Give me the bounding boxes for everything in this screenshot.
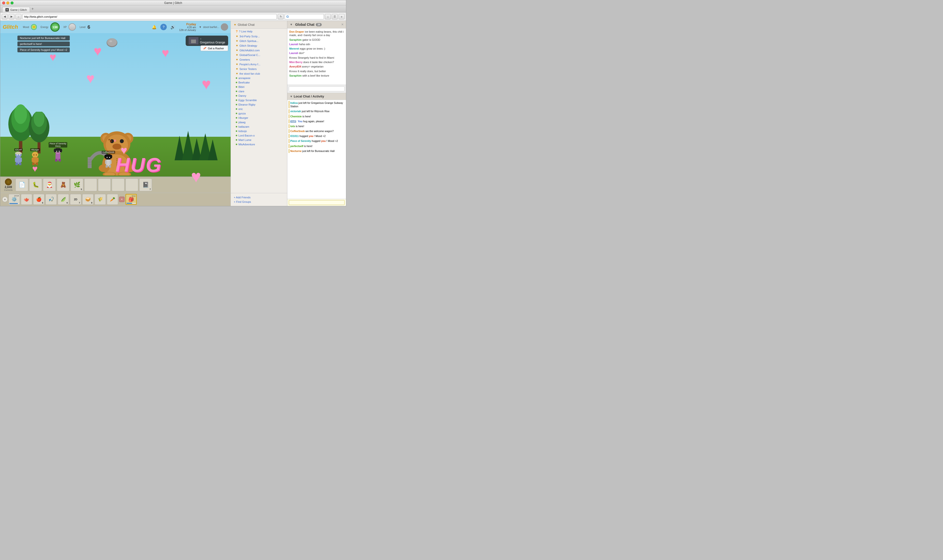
chat-text-3: eggs grow on trees :) [300, 47, 325, 50]
sidebar-item-beefcake[interactable]: Beefcake [231, 80, 287, 85]
energy-circle: 138 [50, 22, 60, 32]
online-dot [236, 99, 237, 101]
lm-user-0: Indica [290, 102, 298, 105]
inv-slot-sm-7[interactable]: 🌾 [95, 194, 106, 205]
global-chat-close[interactable]: × [342, 22, 343, 27]
inv-slot-sm-6[interactable]: 🥪 8 [82, 194, 94, 205]
inv-slot-6[interactable] [98, 178, 111, 191]
local-chat-collapse[interactable]: ▼ [290, 95, 293, 98]
sidebar-item-greeters[interactable]: ★ Greeters [231, 57, 287, 62]
inv-slot-1[interactable]: 🐛 [29, 178, 42, 191]
search-input[interactable] [290, 15, 324, 18]
sidebar-item-peoples-army[interactable]: ★ People's Army f... [231, 62, 287, 66]
search-engine-icon: G [286, 15, 289, 18]
svg-point-3 [14, 105, 27, 124]
sidebar-item-katlazam[interactable]: katlazam [231, 125, 287, 129]
find-groups-link[interactable]: + Find Groups [234, 200, 284, 204]
sidebar-item-kidsojo[interactable]: kidsojo [231, 129, 287, 133]
add-friends-link[interactable]: + Add Friends [234, 195, 284, 200]
inv-slot-0[interactable]: 📄 [15, 178, 28, 191]
inv-slot-sm-9[interactable]: 🎒 6/10 [126, 194, 137, 205]
chat-user-1: Saraphim [289, 38, 302, 41]
local-chat-title-text: Local Chat / Activity [294, 94, 324, 98]
sidebar-item-eric[interactable]: eric [231, 107, 287, 111]
inv-slot-sm-4[interactable]: 🫛 6 [58, 194, 69, 205]
sidebar-item-lord-bacon[interactable]: Lord Bacon-o [231, 133, 287, 138]
inv-slot-sm-1[interactable]: 🫖 [21, 194, 32, 205]
inv-item-2: 🎅 [45, 180, 54, 189]
sidebar-item-eleanor[interactable]: Eleanor Rigby [231, 102, 287, 107]
group-label-6: People's Army f... [240, 63, 260, 66]
sidebar-item-glitch-spiritual[interactable]: ★ Glitch Spiritua... [231, 38, 287, 43]
inv-slot-7[interactable] [112, 178, 125, 191]
local-chat-input[interactable] [289, 200, 345, 205]
refresh-button[interactable]: ↻ [278, 14, 284, 19]
sidebar-item-glitch-strategy[interactable]: ★ Glitch Strategy [231, 43, 287, 48]
notifications-icon[interactable]: 🔔 [151, 24, 157, 30]
inv-slot-5[interactable] [84, 178, 97, 191]
close-button[interactable] [2, 2, 5, 5]
inv-slot-3[interactable]: 🧸 [57, 178, 69, 191]
settings-button[interactable]: ≡ [338, 14, 345, 19]
sidebar-item-eggy[interactable]: Eggy Scramble [231, 98, 287, 102]
sidebar-item-clare[interactable]: clare [231, 89, 287, 94]
chat-text-6: does it taste like chicken? [303, 61, 334, 64]
sidebar-header: ★ Global Chat [231, 21, 287, 29]
add-item-button[interactable]: + [2, 197, 8, 202]
global-chat-input[interactable] [289, 86, 345, 91]
svg-point-35 [36, 154, 37, 155]
sidebar-item-bibiri[interactable]: Bibiri [231, 85, 287, 89]
user-info[interactable]: ▼ stoot barfiel... [199, 23, 228, 31]
inv-count-sm-4: 6 [66, 202, 68, 204]
help-icon[interactable]: ? [160, 24, 167, 30]
inv-slot-8[interactable] [126, 178, 138, 191]
sidebar-item-hburger[interactable]: Hburger [231, 115, 287, 120]
bookmarks-button[interactable]: ⌂ [325, 14, 331, 19]
svg-point-73 [114, 140, 116, 142]
inv-slot-4[interactable]: 🌿 5 [71, 178, 83, 191]
inv-slot-2[interactable]: 🎅 [43, 178, 56, 191]
level-value: 6 [88, 24, 90, 30]
tab-label: Game | Glitch [10, 8, 27, 11]
sidebar-item-3rd-party[interactable]: ★ 3rd-Party Scrip... [231, 34, 287, 38]
new-tab-button[interactable]: + [30, 7, 35, 11]
sidebar-item-senior-testers[interactable]: ★ Senior Testers [231, 66, 287, 71]
sidebar-item-danny[interactable]: Danny [231, 94, 287, 98]
inv-slot-9[interactable]: 📓 7 [139, 178, 152, 191]
global-chat-collapse[interactable]: ▼ [290, 23, 293, 26]
sidebar-item-glitchaddict[interactable]: ★ GlitchAddict.com [231, 48, 287, 52]
inv-slot-sm-3[interactable]: 🎣 [45, 194, 57, 205]
active-tab[interactable]: G Game | Glitch [2, 7, 30, 12]
person-clare: clare [238, 90, 245, 93]
local-msg-9: Nocturne just left for Bureaucratic Hall [289, 149, 345, 153]
maximize-button[interactable] [11, 2, 14, 5]
inv-slot-sm-5[interactable]: 2D 7 [70, 194, 81, 205]
sidebar-item-mart-lume[interactable]: Mart Lume [231, 138, 287, 142]
heart-8: ♥ [191, 167, 201, 186]
url-input[interactable] [22, 14, 277, 19]
group-label-1: Glitch Spiritua... [240, 40, 258, 43]
sidebar-item-live-help[interactable]: ? ? Live Help [231, 29, 287, 34]
home-button[interactable]: ⌂ [15, 14, 22, 19]
inv-slot-sm-2[interactable]: 🍎 6 [33, 194, 45, 205]
local-msg-7: Piece of Serenity hugged you ! Mood +2 [289, 139, 345, 143]
rasher-button[interactable]: 🥓 Get a Rasher [200, 45, 228, 51]
online-dot [236, 139, 237, 141]
sidebar-item-gyoza[interactable]: gyoza [231, 111, 287, 115]
sidebar-item-annapeee[interactable]: annapeee [231, 76, 287, 80]
inv-slot-sm-0[interactable]: ⚙️ 14/16 [9, 194, 20, 205]
sidebar-item-global-social[interactable]: ★ Global/Social C... [231, 52, 287, 57]
forward-button[interactable]: ▶ [9, 14, 14, 19]
local-chat-section: ▼ Local Chat / Activity Indica just left… [287, 93, 346, 206]
lm-text-8: is here! [304, 145, 312, 148]
inv-slot-sm-8[interactable]: 🥕 [107, 194, 118, 205]
extensions-button[interactable]: ☰ [332, 14, 338, 19]
sound-icon[interactable]: 🔊 [170, 24, 176, 30]
notification-3: Piece of Serenity hugged you! Mood +2 [17, 48, 70, 52]
sidebar-item-stoot-fan-club[interactable]: ★ the stoot fan club [231, 71, 287, 76]
delete-button[interactable]: × [119, 197, 125, 202]
sidebar-item-misadventure[interactable]: MisAdventure [231, 142, 287, 146]
sidebar-item-jdawg[interactable]: jdawg [231, 120, 287, 125]
minimize-button[interactable] [6, 2, 9, 5]
back-button[interactable]: ◀ [2, 14, 8, 19]
